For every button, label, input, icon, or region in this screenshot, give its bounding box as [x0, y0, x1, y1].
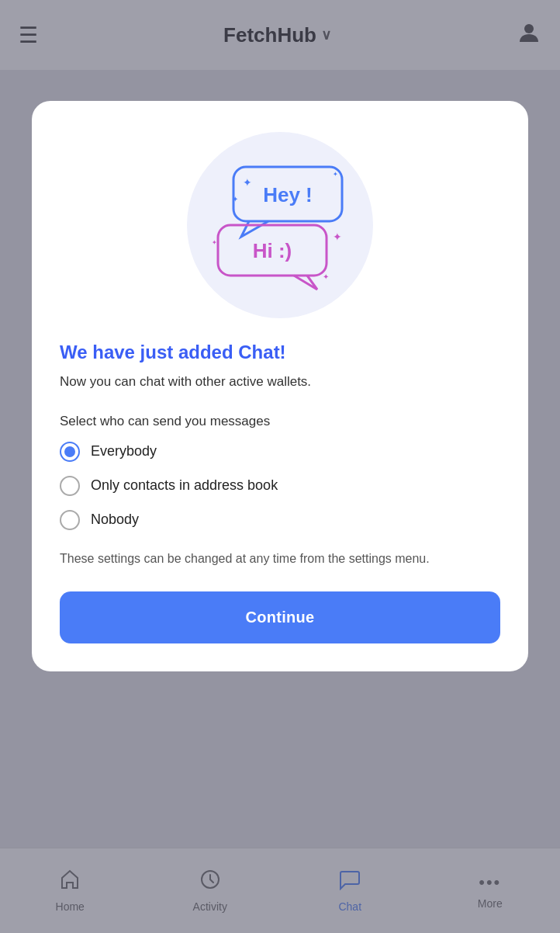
- radio-label-nobody: Nobody: [91, 512, 139, 528]
- select-label: Select who can send you messages: [60, 414, 270, 429]
- svg-text:✦: ✦: [232, 195, 238, 203]
- svg-text:✦: ✦: [212, 239, 217, 246]
- svg-text:✦: ✦: [323, 272, 329, 281]
- modal-overlay: Hey ! ✦ ✦ ✦ Hi :) ✦ ✦ ✦: [0, 0, 560, 933]
- continue-button[interactable]: Continue: [60, 591, 500, 643]
- illustration-container: Hey ! ✦ ✦ ✦ Hi :) ✦ ✦ ✦: [60, 132, 500, 318]
- modal-subtext: Now you can chat with other active walle…: [60, 372, 311, 392]
- svg-text:✦: ✦: [243, 176, 252, 189]
- radio-circle-contacts: [60, 476, 80, 496]
- radio-nobody[interactable]: Nobody: [60, 510, 500, 530]
- svg-text:✦: ✦: [333, 171, 338, 178]
- svg-text:Hi :): Hi :): [253, 239, 292, 262]
- radio-everybody[interactable]: Everybody: [60, 442, 500, 462]
- radio-label-everybody: Everybody: [91, 443, 157, 460]
- radio-contacts[interactable]: Only contacts in address book: [60, 476, 500, 496]
- svg-text:Hey !: Hey !: [263, 183, 313, 206]
- illustration-circle: Hey ! ✦ ✦ ✦ Hi :) ✦ ✦ ✦: [187, 132, 373, 318]
- modal-heading: We have just added Chat!: [60, 340, 286, 364]
- svg-text:✦: ✦: [333, 231, 342, 243]
- radio-circle-nobody: [60, 510, 80, 530]
- radio-label-contacts: Only contacts in address book: [91, 477, 278, 494]
- radio-circle-everybody: [60, 442, 80, 462]
- radio-group: Everybody Only contacts in address book …: [60, 442, 500, 530]
- chat-illustration: Hey ! ✦ ✦ ✦ Hi :) ✦ ✦ ✦: [202, 155, 358, 295]
- chat-modal: Hey ! ✦ ✦ ✦ Hi :) ✦ ✦ ✦: [32, 101, 528, 671]
- modal-note: These settings can be changed at any tim…: [60, 549, 430, 569]
